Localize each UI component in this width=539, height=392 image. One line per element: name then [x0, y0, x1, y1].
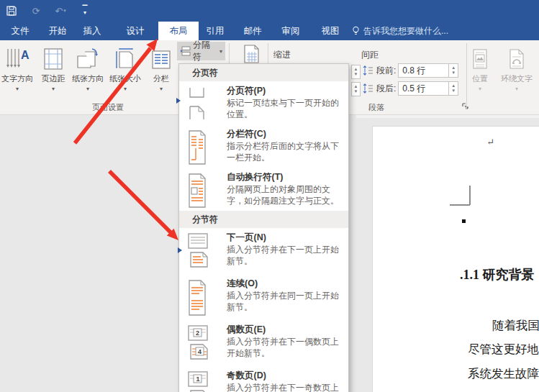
spacing-after-icon: [363, 83, 373, 94]
position-icon: [464, 45, 496, 70]
text-direction-icon: A: [1, 45, 34, 70]
document-page[interactable]: ↵ .1.1 研究背景 随着我国 尽管这更好地 系统发生故障: [372, 126, 539, 392]
dropdown-caret: ▾: [109, 86, 142, 92]
columns-icon: [146, 45, 176, 70]
menu-item-page-break[interactable]: 分页符(P) 标记一页结束与下一页开始的位置。: [179, 81, 348, 124]
dropdown-caret: ▾: [497, 86, 537, 92]
indent-right-spinner[interactable]: ▲▼: [351, 82, 361, 96]
tell-me-label: 告诉我您想要做什么...: [363, 25, 448, 37]
dropdown-caret: ▾: [37, 86, 70, 92]
document-heading: .1.1 研究背景: [460, 266, 535, 283]
tab-file[interactable]: 文件: [4, 22, 36, 40]
page-setup-group-label: 页面设置: [92, 102, 124, 113]
undo-icon[interactable]: ↶▾: [53, 4, 68, 18]
page-break-icon: [186, 86, 208, 124]
tab-review[interactable]: 审阅: [275, 22, 307, 40]
section-next-page-icon: [186, 233, 208, 274]
orientation-button[interactable]: 纸张方向 ▾: [71, 45, 104, 96]
spacing-before-label: 段前:: [376, 65, 396, 77]
dropdown-caret: ▾: [1, 86, 34, 92]
section-odd-page-icon: 1 3: [186, 371, 208, 392]
annotation-arrow-to-next-page-item: [109, 171, 178, 240]
bullet-mark: [462, 219, 466, 223]
paper-size-button[interactable]: 纸张大小 ▾: [109, 45, 142, 96]
svg-text:4: 4: [198, 348, 201, 355]
breaks-dropdown-menu: 分页符 分页符(P) 标记一页结束与下一页开始的位置。 分栏符(C): [178, 63, 349, 392]
dropdown-caret: ▾: [219, 48, 222, 55]
tab-view[interactable]: 视图: [314, 22, 346, 40]
wrap-text-button[interactable]: 环绕文字 ▾: [497, 45, 537, 96]
spacing-before-input[interactable]: 0.8 行: [398, 63, 449, 78]
lightbulb-icon: [352, 26, 360, 36]
svg-text:1: 1: [196, 375, 200, 383]
document-paragraph: 尽管这更好地: [468, 342, 539, 357]
spacing-column-label: 间距: [361, 49, 379, 61]
section-even-page-icon: 2 4: [186, 325, 208, 366]
save-icon[interactable]: [4, 4, 19, 18]
paragraph-group-label: 段落: [368, 102, 384, 113]
ribbon-tab-row: 文件 开始 插入 设计 布局 引用 邮件 审阅 视图 告诉我您想要做什么...: [0, 22, 539, 40]
tab-design[interactable]: 设计: [119, 22, 151, 40]
customize-qat-icon[interactable]: ▔▾: [78, 4, 92, 18]
tab-mailings[interactable]: 邮件: [237, 22, 268, 40]
menu-item-section-continuous[interactable]: 连续(O) 插入分节符并在同一页上开始新节。: [179, 274, 348, 320]
menu-section-header-page-breaks: 分页符: [179, 64, 348, 81]
svg-text:A: A: [21, 49, 30, 61]
tab-references[interactable]: 引用: [199, 22, 231, 40]
grid-settings-button[interactable]: [240, 45, 262, 63]
page-break-button-icon: [180, 46, 191, 56]
orientation-icon: [71, 45, 104, 70]
grid-page-icon: [240, 45, 262, 63]
indent-left-spinner[interactable]: ▲▼: [351, 65, 361, 79]
redo-icon[interactable]: ⟳: [29, 4, 43, 18]
tab-insert[interactable]: 插入: [76, 22, 108, 40]
menu-item-section-odd-page[interactable]: 1 3 奇数页(D) 插入分节符并在下一奇数页上开始新节。: [179, 366, 348, 392]
menu-section-header-section-breaks: 分节符: [179, 211, 348, 228]
text-direction-button[interactable]: A 文字方向 ▾: [1, 45, 34, 96]
column-break-icon: [186, 129, 208, 168]
spacing-after-row: 段后: 0.5 行 ▲▼: [363, 81, 458, 96]
breaks-button[interactable]: 分隔符 ▾: [177, 42, 225, 60]
svg-text:2: 2: [196, 329, 199, 337]
indent-column-label: 缩进: [273, 49, 291, 61]
tab-layout[interactable]: 布局: [158, 22, 199, 40]
selected-item-marker: [178, 247, 182, 253]
menu-item-column-break[interactable]: 分栏符(C) 指示分栏符后面的文字将从下一栏开始。: [179, 124, 348, 168]
paper-size-icon: [109, 45, 142, 70]
columns-button[interactable]: 分栏 ▾: [146, 45, 176, 96]
document-top-strip: [356, 115, 539, 118]
document-paragraph: 系统发生故障: [468, 366, 539, 382]
document-paragraph: 随着我国: [492, 318, 539, 334]
margin-corner-mark: [469, 186, 471, 205]
tell-me-box[interactable]: 告诉我您想要做什么...: [352, 22, 448, 40]
tab-home[interactable]: 开始: [42, 22, 73, 40]
spacing-after-input[interactable]: 0.5 行: [398, 81, 449, 96]
selected-item-marker: [176, 98, 181, 104]
menu-item-section-next-page[interactable]: 下一页(N) 插入分节符并在下一页上开始新节。: [179, 228, 348, 274]
section-continuous-icon: [186, 279, 208, 320]
title-bar: ⟳ ↶▾ ▔▾: [0, 0, 539, 22]
spacing-before-icon: [363, 65, 373, 76]
dropdown-caret: ▾: [464, 86, 496, 92]
spacing-after-spinner[interactable]: ▲▼: [449, 81, 458, 96]
position-button[interactable]: 位置 ▾: [464, 45, 496, 96]
spacing-before-spinner[interactable]: ▲▼: [449, 63, 458, 78]
paragraph-dialog-launcher[interactable]: [462, 103, 469, 110]
margin-corner-mark: [450, 204, 470, 206]
dropdown-caret: ▾: [146, 86, 176, 92]
text-wrapping-break-icon: [186, 173, 208, 211]
menu-item-section-even-page[interactable]: 2 4 偶数页(E) 插入分节符并在下一偶数页上开始新节。: [179, 320, 348, 366]
margins-icon: [37, 45, 70, 70]
wrap-text-icon: [497, 45, 537, 70]
dropdown-caret: ▾: [71, 86, 104, 92]
pilcrow-mark: ↵: [486, 137, 494, 148]
menu-item-text-wrapping-break[interactable]: 自动换行符(T) 分隔网页上的对象周围的文字，如分隔题注文字与正文。: [179, 168, 348, 211]
spacing-after-label: 段后:: [376, 83, 396, 95]
quick-access-toolbar: ⟳ ↶▾ ▔▾: [4, 2, 92, 19]
spacing-before-row: 段前: 0.8 行 ▲▼: [363, 63, 458, 78]
margins-button[interactable]: 页边距 ▾: [37, 45, 70, 96]
